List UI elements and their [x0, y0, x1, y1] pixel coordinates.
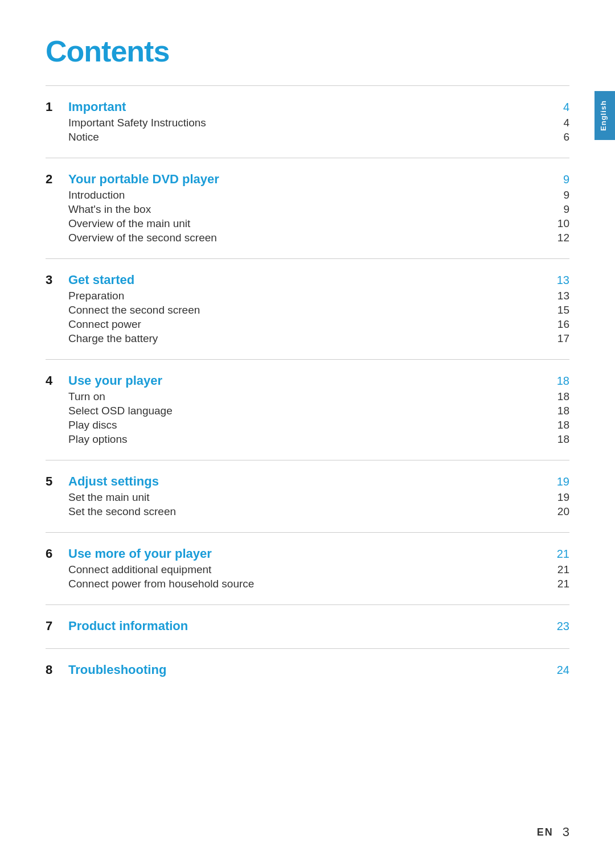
sub-title: Set the main unit	[68, 491, 552, 504]
sub-row: Connect power from household source21	[46, 578, 569, 590]
sub-page: 18	[552, 419, 569, 431]
toc-section-8: 8Troubleshooting24	[46, 649, 569, 692]
sub-page: 12	[552, 232, 569, 244]
sub-row: Charge the battery17	[46, 332, 569, 345]
toc-list: 1Important4Important Safety Instructions…	[46, 86, 569, 692]
sub-title: Set the second screen	[68, 505, 552, 518]
section-number: 4	[46, 372, 68, 388]
sub-page: 18	[552, 390, 569, 403]
section-number: 1	[46, 98, 68, 114]
section-row: 4Use your player18	[46, 372, 569, 388]
section-page: 23	[552, 620, 569, 633]
sub-title: Play discs	[68, 419, 552, 431]
section-page: 4	[552, 101, 569, 114]
footer: EN 3	[537, 825, 569, 840]
sub-page: 19	[552, 491, 569, 504]
sub-page: 9	[552, 203, 569, 216]
sub-page: 9	[552, 189, 569, 201]
sub-page: 15	[552, 304, 569, 316]
sub-row: Connect the second screen15	[46, 304, 569, 316]
sub-row: Play discs18	[46, 419, 569, 431]
sub-page: 18	[552, 405, 569, 417]
sub-row: Turn on18	[46, 390, 569, 403]
section-number: 8	[46, 661, 68, 677]
toc-section-2: 2Your portable DVD player9Introduction9W…	[46, 158, 569, 259]
section-title: Product information	[68, 619, 552, 633]
toc-section-4: 4Use your player18Turn on18Select OSD la…	[46, 360, 569, 460]
sub-page: 4	[552, 117, 569, 129]
sub-row: Introduction9	[46, 189, 569, 201]
section-title: Adjust settings	[68, 474, 552, 489]
sub-page: 18	[552, 433, 569, 446]
sub-page: 17	[552, 332, 569, 345]
section-row: 3Get started13	[46, 271, 569, 287]
sub-title: Connect additional equipment	[68, 563, 552, 576]
section-number: 6	[46, 545, 68, 561]
sub-title: Notice	[68, 131, 552, 143]
sub-page: 6	[552, 131, 569, 143]
sub-title: Connect the second screen	[68, 304, 552, 316]
section-page: 9	[552, 173, 569, 186]
section-page: 21	[552, 548, 569, 561]
sub-row: Notice6	[46, 131, 569, 143]
page-container: English Contents 1Important4Important Sa…	[0, 0, 615, 868]
sub-title: Overview of the second screen	[68, 232, 552, 244]
sub-title: Select OSD language	[68, 405, 552, 417]
sub-title: Connect power from household source	[68, 578, 552, 590]
section-number: 2	[46, 171, 68, 187]
sub-title: Overview of the main unit	[68, 217, 552, 230]
toc-section-6: 6Use more of your player21Connect additi…	[46, 533, 569, 605]
section-row: 6Use more of your player21	[46, 545, 569, 561]
sub-row: What's in the box9	[46, 203, 569, 216]
page-title: Contents	[46, 34, 569, 68]
section-row: 8Troubleshooting24	[46, 661, 569, 677]
sub-title: Important Safety Instructions	[68, 117, 552, 129]
sub-row: Set the main unit19	[46, 491, 569, 504]
toc-section-3: 3Get started13Preparation13Connect the s…	[46, 259, 569, 360]
sub-row: Connect power16	[46, 318, 569, 331]
sub-row: Overview of the second screen12	[46, 232, 569, 244]
toc-section-7: 7Product information23	[46, 605, 569, 649]
sub-row: Play options18	[46, 433, 569, 446]
section-title: Use more of your player	[68, 546, 552, 561]
section-title: Troubleshooting	[68, 663, 552, 677]
side-tab: English	[594, 91, 615, 140]
section-page: 13	[552, 274, 569, 287]
section-title: Your portable DVD player	[68, 172, 552, 187]
sub-page: 13	[552, 290, 569, 302]
sub-title: Connect power	[68, 318, 552, 331]
section-title: Important	[68, 100, 552, 114]
section-title: Get started	[68, 273, 552, 287]
sub-title: Preparation	[68, 290, 552, 302]
sub-page: 21	[552, 563, 569, 576]
footer-page: 3	[563, 825, 569, 840]
toc-section-5: 5Adjust settings19Set the main unit19Set…	[46, 460, 569, 533]
section-row: 2Your portable DVD player9	[46, 171, 569, 187]
sub-row: Preparation13	[46, 290, 569, 302]
footer-lang: EN	[537, 826, 554, 838]
sub-page: 10	[552, 217, 569, 230]
section-number: 3	[46, 271, 68, 287]
section-row: 7Product information23	[46, 618, 569, 633]
sub-row: Select OSD language18	[46, 405, 569, 417]
sub-row: Set the second screen20	[46, 505, 569, 518]
sub-row: Connect additional equipment21	[46, 563, 569, 576]
sub-page: 21	[552, 578, 569, 590]
sub-title: What's in the box	[68, 203, 552, 216]
toc-section-1: 1Important4Important Safety Instructions…	[46, 86, 569, 158]
section-page: 19	[552, 475, 569, 488]
section-page: 24	[552, 664, 569, 677]
sub-row: Important Safety Instructions4	[46, 117, 569, 129]
sub-row: Overview of the main unit10	[46, 217, 569, 230]
sub-title: Introduction	[68, 189, 552, 201]
section-page: 18	[552, 375, 569, 388]
sub-title: Charge the battery	[68, 332, 552, 345]
section-title: Use your player	[68, 373, 552, 388]
sub-title: Play options	[68, 433, 552, 446]
sub-page: 20	[552, 505, 569, 518]
section-row: 1Important4	[46, 98, 569, 114]
section-number: 5	[46, 473, 68, 489]
sub-title: Turn on	[68, 390, 552, 403]
sub-page: 16	[552, 318, 569, 331]
section-row: 5Adjust settings19	[46, 473, 569, 489]
